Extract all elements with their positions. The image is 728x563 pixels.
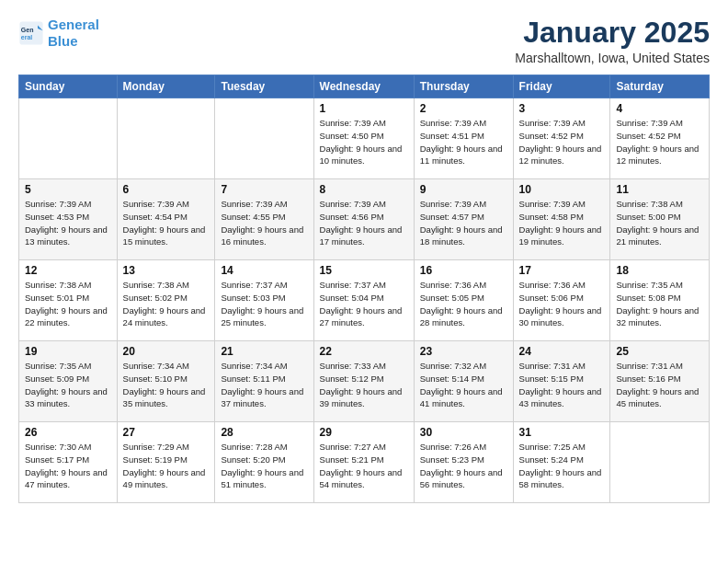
- month-title: January 2025: [515, 17, 710, 49]
- weekday-header-monday: Monday: [117, 75, 215, 98]
- day-number: 28: [221, 426, 307, 439]
- day-info: Sunrise: 7:36 AM Sunset: 5:05 PM Dayligh…: [420, 279, 507, 329]
- day-info: Sunrise: 7:33 AM Sunset: 5:12 PM Dayligh…: [320, 360, 408, 410]
- weekday-header-sunday: Sunday: [19, 75, 118, 98]
- day-cell: 2Sunrise: 7:39 AM Sunset: 4:51 PM Daylig…: [414, 98, 513, 179]
- week-row-3: 12Sunrise: 7:38 AM Sunset: 5:01 PM Dayli…: [19, 260, 710, 341]
- week-row-1: 1Sunrise: 7:39 AM Sunset: 4:50 PM Daylig…: [19, 98, 710, 179]
- day-info: Sunrise: 7:39 AM Sunset: 4:53 PM Dayligh…: [25, 198, 111, 248]
- day-number: 22: [320, 345, 408, 358]
- day-number: 17: [519, 264, 605, 277]
- day-number: 23: [420, 345, 507, 358]
- day-number: 8: [320, 183, 408, 196]
- day-number: 27: [123, 426, 210, 439]
- day-info: Sunrise: 7:35 AM Sunset: 5:08 PM Dayligh…: [616, 279, 703, 329]
- week-row-4: 19Sunrise: 7:35 AM Sunset: 5:09 PM Dayli…: [19, 341, 710, 422]
- day-cell: 5Sunrise: 7:39 AM Sunset: 4:53 PM Daylig…: [19, 179, 118, 260]
- day-info: Sunrise: 7:37 AM Sunset: 5:04 PM Dayligh…: [320, 279, 408, 329]
- day-cell: 11Sunrise: 7:38 AM Sunset: 5:00 PM Dayli…: [610, 179, 710, 260]
- day-info: Sunrise: 7:37 AM Sunset: 5:03 PM Dayligh…: [221, 279, 307, 329]
- title-area: January 2025 Marshalltown, Iowa, United …: [515, 17, 710, 65]
- day-cell: 30Sunrise: 7:26 AM Sunset: 5:23 PM Dayli…: [414, 422, 513, 503]
- day-cell: 22Sunrise: 7:33 AM Sunset: 5:12 PM Dayli…: [313, 341, 414, 422]
- day-cell: 3Sunrise: 7:39 AM Sunset: 4:52 PM Daylig…: [513, 98, 610, 179]
- day-cell: 1Sunrise: 7:39 AM Sunset: 4:50 PM Daylig…: [313, 98, 414, 179]
- header: Gen eral General Blue January 2025 Marsh…: [18, 17, 710, 65]
- day-cell: 21Sunrise: 7:34 AM Sunset: 5:11 PM Dayli…: [215, 341, 313, 422]
- day-cell: 25Sunrise: 7:31 AM Sunset: 5:16 PM Dayli…: [610, 341, 710, 422]
- day-number: 16: [420, 264, 507, 277]
- calendar: SundayMondayTuesdayWednesdayThursdayFrid…: [18, 75, 710, 503]
- day-cell: 9Sunrise: 7:39 AM Sunset: 4:57 PM Daylig…: [414, 179, 513, 260]
- day-info: Sunrise: 7:31 AM Sunset: 5:16 PM Dayligh…: [616, 360, 703, 410]
- day-number: 6: [123, 183, 210, 196]
- weekday-header-saturday: Saturday: [610, 75, 710, 98]
- day-info: Sunrise: 7:28 AM Sunset: 5:20 PM Dayligh…: [221, 441, 307, 491]
- day-cell: 31Sunrise: 7:25 AM Sunset: 5:24 PM Dayli…: [513, 422, 610, 503]
- logo-icon: Gen eral: [18, 20, 44, 46]
- svg-rect-0: [19, 21, 42, 44]
- day-number: 4: [616, 102, 703, 115]
- day-cell: 15Sunrise: 7:37 AM Sunset: 5:04 PM Dayli…: [313, 260, 414, 341]
- day-info: Sunrise: 7:34 AM Sunset: 5:11 PM Dayligh…: [221, 360, 307, 410]
- day-number: 30: [420, 426, 507, 439]
- day-number: 7: [221, 183, 307, 196]
- day-info: Sunrise: 7:36 AM Sunset: 5:06 PM Dayligh…: [519, 279, 605, 329]
- day-number: 11: [616, 183, 703, 196]
- day-number: 25: [616, 345, 703, 358]
- day-cell: 4Sunrise: 7:39 AM Sunset: 4:52 PM Daylig…: [610, 98, 710, 179]
- weekday-header-friday: Friday: [513, 75, 610, 98]
- day-info: Sunrise: 7:39 AM Sunset: 4:51 PM Dayligh…: [420, 117, 507, 167]
- day-info: Sunrise: 7:39 AM Sunset: 4:57 PM Dayligh…: [420, 198, 507, 248]
- location: Marshalltown, Iowa, United States: [515, 51, 710, 65]
- day-number: 15: [320, 264, 408, 277]
- day-number: 31: [519, 426, 605, 439]
- day-number: 19: [25, 345, 111, 358]
- day-cell: [215, 98, 313, 179]
- day-info: Sunrise: 7:38 AM Sunset: 5:00 PM Dayligh…: [616, 198, 703, 248]
- weekday-header-tuesday: Tuesday: [215, 75, 313, 98]
- logo-text: General Blue: [48, 17, 99, 50]
- day-info: Sunrise: 7:31 AM Sunset: 5:15 PM Dayligh…: [519, 360, 605, 410]
- day-info: Sunrise: 7:35 AM Sunset: 5:09 PM Dayligh…: [25, 360, 111, 410]
- day-cell: [117, 98, 215, 179]
- day-info: Sunrise: 7:39 AM Sunset: 4:58 PM Dayligh…: [519, 198, 605, 248]
- week-row-2: 5Sunrise: 7:39 AM Sunset: 4:53 PM Daylig…: [19, 179, 710, 260]
- day-cell: 14Sunrise: 7:37 AM Sunset: 5:03 PM Dayli…: [215, 260, 313, 341]
- day-number: 2: [420, 102, 507, 115]
- day-cell: 18Sunrise: 7:35 AM Sunset: 5:08 PM Dayli…: [610, 260, 710, 341]
- day-number: 26: [25, 426, 111, 439]
- day-cell: [610, 422, 710, 503]
- day-info: Sunrise: 7:39 AM Sunset: 4:52 PM Dayligh…: [616, 117, 703, 167]
- day-number: 5: [25, 183, 111, 196]
- day-info: Sunrise: 7:39 AM Sunset: 4:52 PM Dayligh…: [519, 117, 605, 167]
- day-number: 29: [320, 426, 408, 439]
- day-number: 20: [123, 345, 210, 358]
- day-info: Sunrise: 7:39 AM Sunset: 4:50 PM Dayligh…: [320, 117, 408, 167]
- week-row-5: 26Sunrise: 7:30 AM Sunset: 5:17 PM Dayli…: [19, 422, 710, 503]
- day-cell: 12Sunrise: 7:38 AM Sunset: 5:01 PM Dayli…: [19, 260, 118, 341]
- day-cell: 13Sunrise: 7:38 AM Sunset: 5:02 PM Dayli…: [117, 260, 215, 341]
- logo-blue: Blue: [48, 33, 78, 49]
- day-cell: 24Sunrise: 7:31 AM Sunset: 5:15 PM Dayli…: [513, 341, 610, 422]
- day-number: 21: [221, 345, 307, 358]
- day-info: Sunrise: 7:25 AM Sunset: 5:24 PM Dayligh…: [519, 441, 605, 491]
- day-number: 13: [123, 264, 210, 277]
- page: Gen eral General Blue January 2025 Marsh…: [0, 0, 728, 520]
- day-number: 12: [25, 264, 111, 277]
- day-cell: 20Sunrise: 7:34 AM Sunset: 5:10 PM Dayli…: [117, 341, 215, 422]
- day-number: 1: [320, 102, 408, 115]
- day-info: Sunrise: 7:27 AM Sunset: 5:21 PM Dayligh…: [320, 441, 408, 491]
- day-cell: 29Sunrise: 7:27 AM Sunset: 5:21 PM Dayli…: [313, 422, 414, 503]
- day-cell: 26Sunrise: 7:30 AM Sunset: 5:17 PM Dayli…: [19, 422, 118, 503]
- weekday-header-thursday: Thursday: [414, 75, 513, 98]
- day-cell: 23Sunrise: 7:32 AM Sunset: 5:14 PM Dayli…: [414, 341, 513, 422]
- svg-text:Gen: Gen: [21, 27, 34, 33]
- day-info: Sunrise: 7:39 AM Sunset: 4:55 PM Dayligh…: [221, 198, 307, 248]
- weekday-header-row: SundayMondayTuesdayWednesdayThursdayFrid…: [19, 75, 710, 98]
- day-info: Sunrise: 7:30 AM Sunset: 5:17 PM Dayligh…: [25, 441, 111, 491]
- day-number: 24: [519, 345, 605, 358]
- day-number: 9: [420, 183, 507, 196]
- day-cell: 17Sunrise: 7:36 AM Sunset: 5:06 PM Dayli…: [513, 260, 610, 341]
- logo-general: General: [48, 17, 99, 32]
